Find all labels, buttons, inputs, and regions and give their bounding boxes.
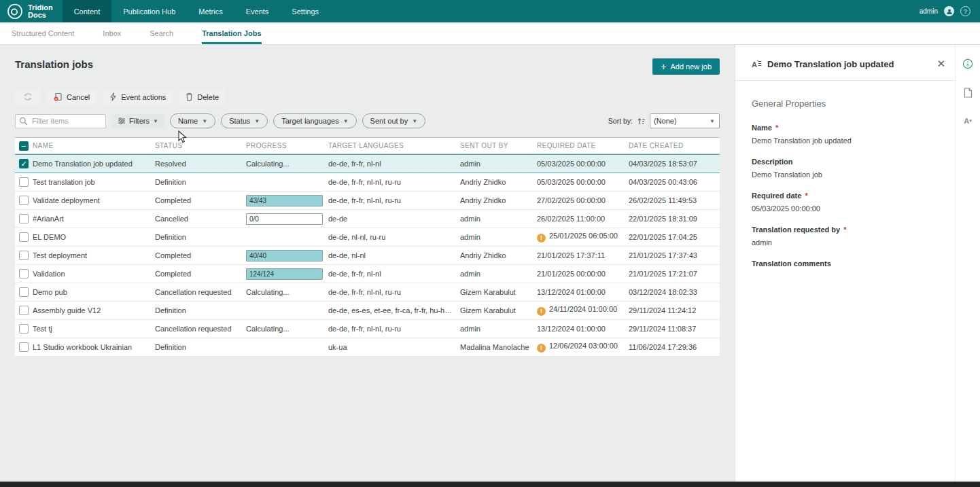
row-checkbox-cell xyxy=(15,196,33,205)
row-checkbox[interactable] xyxy=(19,214,29,223)
field-value: Demo Translation job xyxy=(752,170,939,179)
required-asterisk: * xyxy=(773,124,778,132)
topnav-item-publication-hub[interactable]: Publication Hub xyxy=(111,0,187,22)
table-row[interactable]: Demo pubCancellation requestedCalculatin… xyxy=(15,283,720,302)
event-actions-button[interactable]: Event actions xyxy=(103,89,173,105)
job-required-date: !24/11/2024 01:00:00 xyxy=(537,305,629,316)
progress-bar-label: 124/124 xyxy=(249,270,274,278)
subnav-item-search[interactable]: Search xyxy=(150,22,173,44)
subnav-item-structured-content[interactable]: Structured Content xyxy=(12,22,74,44)
job-date-created: 21/01/2025 17:21:07 xyxy=(629,270,720,278)
sort-direction-icon[interactable] xyxy=(637,117,646,126)
translation-tab-icon[interactable]: A▾ xyxy=(961,114,975,128)
row-checkbox[interactable] xyxy=(19,306,29,315)
table-row[interactable]: Test deploymentCompleted40/40de-de, nl-n… xyxy=(15,247,720,265)
row-checkbox[interactable] xyxy=(19,232,29,242)
job-sent-out-by: Andriy Zhidko xyxy=(460,251,537,259)
row-checkbox-cell xyxy=(15,324,33,333)
row-checkbox-cell xyxy=(15,287,33,297)
panel-field: DescriptionDemo Translation job xyxy=(752,158,939,179)
refresh-button[interactable] xyxy=(15,89,41,105)
chevron-down-icon: ▼ xyxy=(254,118,260,124)
info-tab-icon[interactable] xyxy=(961,57,975,71)
panel-icon-strip: A▾ xyxy=(955,45,980,487)
row-checkbox[interactable] xyxy=(19,196,29,205)
help-icon[interactable]: ? xyxy=(960,6,970,16)
subnav-item-inbox[interactable]: Inbox xyxy=(103,22,121,44)
job-required-date: !12/06/2024 03:00:00 xyxy=(537,342,629,353)
job-status: Cancellation requested xyxy=(155,288,246,296)
job-required-date: 27/02/2025 00:00:00 xyxy=(537,196,629,204)
column-header: PROGRESS xyxy=(246,142,328,149)
app-logo[interactable]: Tridion Docs xyxy=(0,0,63,22)
job-name: Validate deployment xyxy=(33,196,155,204)
job-date-created: 04/03/2025 18:53:07 xyxy=(629,160,720,168)
row-checkbox[interactable] xyxy=(19,177,29,187)
add-new-job-button[interactable]: + Add new job xyxy=(652,58,720,75)
row-checkbox[interactable] xyxy=(19,269,29,278)
progress-text: Calculating... xyxy=(246,288,290,296)
row-checkbox-cell xyxy=(15,214,33,223)
topnav-item-events[interactable]: Events xyxy=(234,0,281,22)
job-target-languages: de-de, nl-nl xyxy=(328,251,460,259)
job-progress: 43/43 xyxy=(246,195,328,206)
job-sent-out-by: admin xyxy=(460,270,537,278)
row-checkbox[interactable] xyxy=(19,251,29,260)
job-status: Resolved xyxy=(155,160,246,168)
table-row[interactable]: #ArianArtCancelled0/0de-deadmin26/02/202… xyxy=(15,210,720,228)
row-checkbox[interactable]: ✓ xyxy=(19,159,29,168)
row-checkbox[interactable] xyxy=(19,324,29,333)
filter-items-input[interactable] xyxy=(15,114,106,128)
table-row[interactable]: EL DEMODefinitionde-de, nl-nl, ru-ruadmi… xyxy=(15,228,720,247)
topnav-item-settings[interactable]: Settings xyxy=(280,0,330,22)
row-checkbox-cell: ✓ xyxy=(15,159,33,168)
table-row[interactable]: ✓Demo Translation job updatedResolvedCal… xyxy=(15,154,720,173)
progress-bar: 40/40 xyxy=(246,250,323,261)
job-target-languages: de-de, fr-fr, nl-nl, ru-ru xyxy=(328,325,460,333)
topnav-item-metrics[interactable]: Metrics xyxy=(187,0,234,22)
job-status: Definition xyxy=(155,233,246,241)
sort-by-select[interactable]: (None) xyxy=(650,113,720,128)
filter-pill-name[interactable]: Name▼ xyxy=(170,113,215,128)
filter-pill-sent-out-by[interactable]: Sent out by▼ xyxy=(362,113,426,128)
field-value: 05/03/2025 00:00:00 xyxy=(752,204,939,213)
table-row[interactable]: Test translation jobDefinitionde-de, fr-… xyxy=(15,173,720,192)
panel-field: Translation requested by *admin xyxy=(752,226,939,247)
job-status: Completed xyxy=(155,270,246,278)
field-label: Name * xyxy=(752,124,939,132)
column-header: REQUIRED DATE xyxy=(537,142,629,149)
subnav-item-translation-jobs[interactable]: Translation Jobs xyxy=(202,22,261,44)
table-row[interactable]: L1 Studio workbook UkrainianDefinitionuk… xyxy=(15,338,720,357)
select-all-checkbox[interactable]: – xyxy=(19,141,29,151)
job-sent-out-by: Gizem Karabulut xyxy=(460,306,537,314)
row-checkbox[interactable] xyxy=(19,287,29,297)
job-required-date: 21/01/2025 17:37:11 xyxy=(537,251,629,259)
row-checkbox-cell xyxy=(15,232,33,242)
table-row[interactable]: Test tjCancellation requestedCalculating… xyxy=(15,320,720,338)
job-status: Definition xyxy=(155,343,246,351)
row-checkbox[interactable] xyxy=(19,342,29,352)
table-row[interactable]: Validate deploymentCompleted43/43de-de, … xyxy=(15,192,720,210)
column-header: STATUS xyxy=(155,142,246,149)
table-row[interactable]: Assembly guide V12Definitionde-de, es-es… xyxy=(15,302,720,320)
pill-label: Sent out by xyxy=(370,117,408,125)
progress-bar: 43/43 xyxy=(246,195,323,206)
close-panel-button[interactable]: ✕ xyxy=(937,58,945,70)
filters-button[interactable]: Filters ▼ xyxy=(111,114,164,128)
cancel-button[interactable]: Cancel xyxy=(47,89,97,105)
top-nav: Tridion Docs ContentPublication HubMetri… xyxy=(0,0,980,22)
filter-pill-status[interactable]: Status▼ xyxy=(221,113,268,128)
filter-pill-target-languages[interactable]: Target languages▼ xyxy=(273,113,356,128)
topnav-item-content[interactable]: Content xyxy=(63,0,112,22)
job-sent-out-by: Andriy Zhidko xyxy=(460,196,537,204)
job-target-languages: de-de, fr-fr, nl-nl, ru-ru xyxy=(328,196,460,204)
main-content: Translation jobs + Add new job xyxy=(0,45,735,487)
delete-button[interactable]: Delete xyxy=(179,89,226,105)
job-date-created: 26/02/2025 11:49:53 xyxy=(629,196,720,204)
user-avatar-icon[interactable] xyxy=(944,6,954,16)
job-required-date: 05/03/2025 00:00:00 xyxy=(537,160,629,168)
job-target-languages: de-de, fr-fr, nl-nl xyxy=(328,270,460,278)
job-target-languages: de-de, es-es, et-ee, fr-ca, fr-fr, hu-hu… xyxy=(328,306,460,314)
document-tab-icon[interactable] xyxy=(961,86,975,99)
table-row[interactable]: ValidationCompleted124/124de-de, fr-fr, … xyxy=(15,265,720,283)
